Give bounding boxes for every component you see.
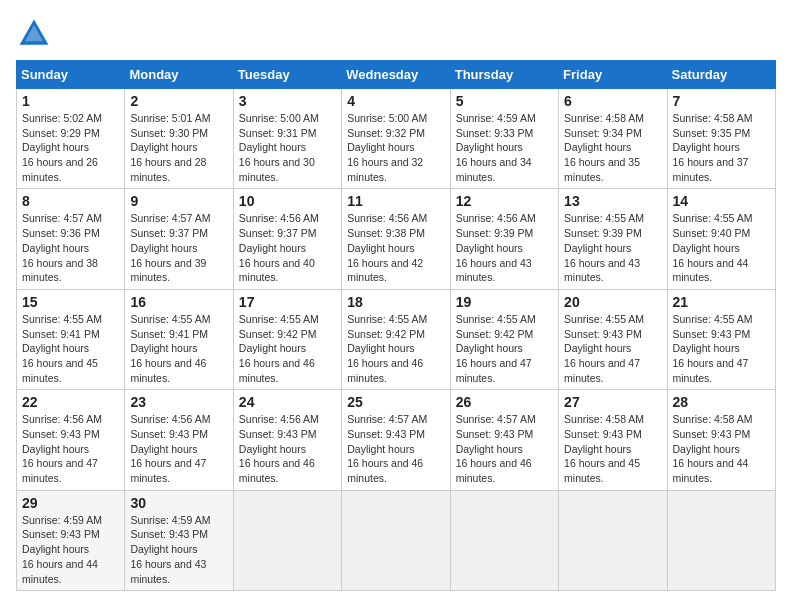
calendar-cell: 30Sunrise: 4:59 AMSunset: 9:43 PMDayligh… (125, 490, 233, 590)
day-info: Sunrise: 4:56 AMSunset: 9:43 PMDaylight … (130, 412, 227, 485)
day-number: 23 (130, 394, 227, 410)
calendar-cell: 8Sunrise: 4:57 AMSunset: 9:36 PMDaylight… (17, 189, 125, 289)
day-info: Sunrise: 4:57 AMSunset: 9:43 PMDaylight … (347, 412, 444, 485)
calendar-cell: 18Sunrise: 4:55 AMSunset: 9:42 PMDayligh… (342, 289, 450, 389)
day-number: 14 (673, 193, 770, 209)
day-number: 10 (239, 193, 336, 209)
day-info: Sunrise: 4:56 AMSunset: 9:37 PMDaylight … (239, 211, 336, 284)
calendar-cell: 12Sunrise: 4:56 AMSunset: 9:39 PMDayligh… (450, 189, 558, 289)
day-info: Sunrise: 4:56 AMSunset: 9:43 PMDaylight … (22, 412, 119, 485)
day-info: Sunrise: 4:57 AMSunset: 9:43 PMDaylight … (456, 412, 553, 485)
calendar-cell: 14Sunrise: 4:55 AMSunset: 9:40 PMDayligh… (667, 189, 775, 289)
calendar-cell: 19Sunrise: 4:55 AMSunset: 9:42 PMDayligh… (450, 289, 558, 389)
calendar-cell (559, 490, 667, 590)
day-number: 30 (130, 495, 227, 511)
day-number: 7 (673, 93, 770, 109)
day-info: Sunrise: 4:55 AMSunset: 9:43 PMDaylight … (673, 312, 770, 385)
calendar-cell: 20Sunrise: 4:55 AMSunset: 9:43 PMDayligh… (559, 289, 667, 389)
day-info: Sunrise: 4:58 AMSunset: 9:35 PMDaylight … (673, 111, 770, 184)
calendar-week-row: 8Sunrise: 4:57 AMSunset: 9:36 PMDaylight… (17, 189, 776, 289)
day-number: 6 (564, 93, 661, 109)
day-number: 19 (456, 294, 553, 310)
day-number: 21 (673, 294, 770, 310)
day-number: 27 (564, 394, 661, 410)
weekday-header: Saturday (667, 61, 775, 89)
calendar-week-row: 22Sunrise: 4:56 AMSunset: 9:43 PMDayligh… (17, 390, 776, 490)
calendar-cell: 28Sunrise: 4:58 AMSunset: 9:43 PMDayligh… (667, 390, 775, 490)
calendar-cell: 9Sunrise: 4:57 AMSunset: 9:37 PMDaylight… (125, 189, 233, 289)
day-number: 11 (347, 193, 444, 209)
day-number: 12 (456, 193, 553, 209)
calendar-cell: 24Sunrise: 4:56 AMSunset: 9:43 PMDayligh… (233, 390, 341, 490)
day-info: Sunrise: 4:55 AMSunset: 9:41 PMDaylight … (22, 312, 119, 385)
calendar-cell (233, 490, 341, 590)
day-info: Sunrise: 5:00 AMSunset: 9:31 PMDaylight … (239, 111, 336, 184)
day-info: Sunrise: 4:57 AMSunset: 9:37 PMDaylight … (130, 211, 227, 284)
calendar-cell (667, 490, 775, 590)
calendar-header-row: SundayMondayTuesdayWednesdayThursdayFrid… (17, 61, 776, 89)
day-info: Sunrise: 4:59 AMSunset: 9:33 PMDaylight … (456, 111, 553, 184)
calendar-cell: 2Sunrise: 5:01 AMSunset: 9:30 PMDaylight… (125, 89, 233, 189)
day-info: Sunrise: 4:56 AMSunset: 9:39 PMDaylight … (456, 211, 553, 284)
day-number: 20 (564, 294, 661, 310)
day-info: Sunrise: 5:01 AMSunset: 9:30 PMDaylight … (130, 111, 227, 184)
weekday-header: Thursday (450, 61, 558, 89)
day-info: Sunrise: 4:55 AMSunset: 9:41 PMDaylight … (130, 312, 227, 385)
calendar-cell (342, 490, 450, 590)
day-number: 8 (22, 193, 119, 209)
day-info: Sunrise: 4:57 AMSunset: 9:36 PMDaylight … (22, 211, 119, 284)
calendar-cell: 22Sunrise: 4:56 AMSunset: 9:43 PMDayligh… (17, 390, 125, 490)
day-number: 29 (22, 495, 119, 511)
day-number: 25 (347, 394, 444, 410)
calendar-cell: 15Sunrise: 4:55 AMSunset: 9:41 PMDayligh… (17, 289, 125, 389)
calendar-cell: 1Sunrise: 5:02 AMSunset: 9:29 PMDaylight… (17, 89, 125, 189)
calendar-cell: 6Sunrise: 4:58 AMSunset: 9:34 PMDaylight… (559, 89, 667, 189)
day-number: 17 (239, 294, 336, 310)
calendar-week-row: 1Sunrise: 5:02 AMSunset: 9:29 PMDaylight… (17, 89, 776, 189)
weekday-header: Monday (125, 61, 233, 89)
day-info: Sunrise: 4:55 AMSunset: 9:43 PMDaylight … (564, 312, 661, 385)
weekday-header: Wednesday (342, 61, 450, 89)
day-number: 15 (22, 294, 119, 310)
weekday-header: Friday (559, 61, 667, 89)
calendar-cell: 5Sunrise: 4:59 AMSunset: 9:33 PMDaylight… (450, 89, 558, 189)
weekday-header: Sunday (17, 61, 125, 89)
day-info: Sunrise: 4:55 AMSunset: 9:42 PMDaylight … (239, 312, 336, 385)
day-info: Sunrise: 4:56 AMSunset: 9:38 PMDaylight … (347, 211, 444, 284)
day-number: 22 (22, 394, 119, 410)
calendar-cell: 3Sunrise: 5:00 AMSunset: 9:31 PMDaylight… (233, 89, 341, 189)
calendar-cell: 7Sunrise: 4:58 AMSunset: 9:35 PMDaylight… (667, 89, 775, 189)
day-info: Sunrise: 4:58 AMSunset: 9:43 PMDaylight … (564, 412, 661, 485)
day-number: 2 (130, 93, 227, 109)
day-number: 3 (239, 93, 336, 109)
calendar-cell: 27Sunrise: 4:58 AMSunset: 9:43 PMDayligh… (559, 390, 667, 490)
day-info: Sunrise: 5:00 AMSunset: 9:32 PMDaylight … (347, 111, 444, 184)
day-number: 9 (130, 193, 227, 209)
day-number: 13 (564, 193, 661, 209)
day-info: Sunrise: 4:55 AMSunset: 9:42 PMDaylight … (456, 312, 553, 385)
calendar-cell: 26Sunrise: 4:57 AMSunset: 9:43 PMDayligh… (450, 390, 558, 490)
day-number: 18 (347, 294, 444, 310)
day-info: Sunrise: 4:58 AMSunset: 9:34 PMDaylight … (564, 111, 661, 184)
calendar-cell: 4Sunrise: 5:00 AMSunset: 9:32 PMDaylight… (342, 89, 450, 189)
logo (16, 16, 58, 52)
day-info: Sunrise: 4:55 AMSunset: 9:39 PMDaylight … (564, 211, 661, 284)
calendar-cell: 29Sunrise: 4:59 AMSunset: 9:43 PMDayligh… (17, 490, 125, 590)
calendar-cell: 10Sunrise: 4:56 AMSunset: 9:37 PMDayligh… (233, 189, 341, 289)
day-info: Sunrise: 4:59 AMSunset: 9:43 PMDaylight … (22, 513, 119, 586)
day-info: Sunrise: 4:56 AMSunset: 9:43 PMDaylight … (239, 412, 336, 485)
day-number: 26 (456, 394, 553, 410)
logo-icon (16, 16, 52, 52)
calendar-cell: 11Sunrise: 4:56 AMSunset: 9:38 PMDayligh… (342, 189, 450, 289)
calendar-cell: 13Sunrise: 4:55 AMSunset: 9:39 PMDayligh… (559, 189, 667, 289)
day-info: Sunrise: 5:02 AMSunset: 9:29 PMDaylight … (22, 111, 119, 184)
calendar-cell: 25Sunrise: 4:57 AMSunset: 9:43 PMDayligh… (342, 390, 450, 490)
day-number: 16 (130, 294, 227, 310)
calendar-week-row: 15Sunrise: 4:55 AMSunset: 9:41 PMDayligh… (17, 289, 776, 389)
calendar-cell: 23Sunrise: 4:56 AMSunset: 9:43 PMDayligh… (125, 390, 233, 490)
day-number: 24 (239, 394, 336, 410)
day-info: Sunrise: 4:59 AMSunset: 9:43 PMDaylight … (130, 513, 227, 586)
calendar-table: SundayMondayTuesdayWednesdayThursdayFrid… (16, 60, 776, 591)
calendar-cell: 17Sunrise: 4:55 AMSunset: 9:42 PMDayligh… (233, 289, 341, 389)
day-info: Sunrise: 4:55 AMSunset: 9:40 PMDaylight … (673, 211, 770, 284)
